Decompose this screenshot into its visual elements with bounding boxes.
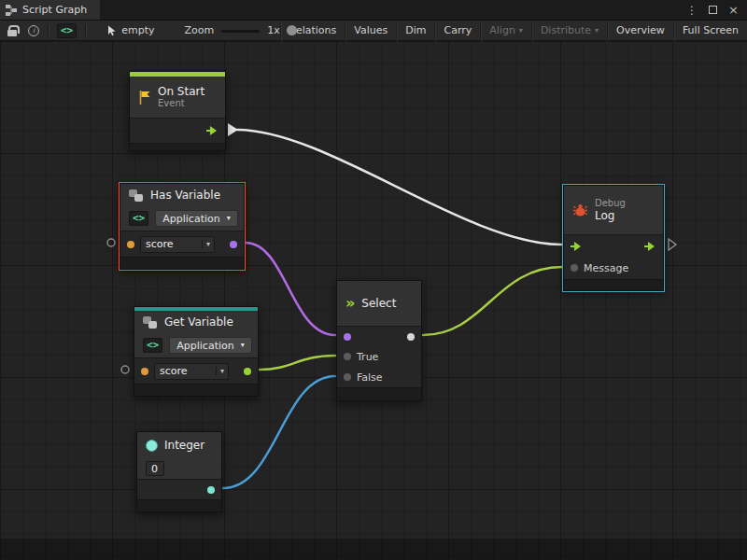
get-variable-external-port — [121, 366, 129, 373]
node-header: » Select — [337, 281, 421, 326]
graph-inspector-icon[interactable]: <> — [57, 23, 77, 38]
message-input-port[interactable] — [571, 264, 578, 272]
node-on-start[interactable]: On Start Event — [129, 71, 226, 151]
bug-icon — [572, 203, 588, 217]
canvas-bottom-shade — [0, 539, 747, 560]
values-button[interactable]: Values — [345, 21, 396, 41]
variable-name-dropdown[interactable]: score ▾ — [140, 236, 215, 253]
integer-output-port[interactable] — [207, 486, 215, 494]
node-footer — [120, 257, 244, 269]
maximize-icon[interactable] — [709, 6, 717, 14]
flow-input-port[interactable] — [571, 241, 583, 252]
variable-name-dropdown[interactable]: score ▾ — [154, 363, 229, 380]
node-select[interactable]: » Select True False — [336, 280, 422, 401]
distribute-button[interactable]: Distribute▾ — [531, 21, 607, 41]
value-output-port[interactable] — [244, 368, 251, 375]
node-subheader: <> Application ▾ — [120, 206, 244, 231]
caret-down-icon: ▾ — [519, 27, 523, 35]
selection-status: empty — [121, 24, 154, 36]
false-input-port[interactable] — [344, 373, 351, 381]
zoom-slider[interactable] — [221, 21, 260, 41]
variable-name-value: score — [160, 365, 216, 377]
node-footer — [130, 143, 225, 150]
wire-condition — [246, 243, 335, 335]
toolbar-separator — [85, 24, 86, 37]
node-debug-log[interactable]: Debug Log Message — [563, 185, 664, 291]
overview-button[interactable]: Overview — [607, 21, 673, 41]
caret-down-icon: ▾ — [241, 342, 245, 349]
variable-scope-icon: <> — [143, 338, 162, 353]
true-port-label: True — [357, 351, 378, 363]
node-title: Log — [595, 209, 626, 222]
dim-button[interactable]: Dim — [396, 21, 434, 41]
window-controls: ⋮ × — [686, 0, 747, 20]
node-title: Integer — [164, 439, 204, 452]
carry-button[interactable]: Carry — [434, 21, 480, 41]
caret-down-icon: ▾ — [595, 27, 599, 35]
port-row: Message — [564, 257, 663, 279]
script-graph-window: Script Graph ⋮ × i <> empty Zoom 1x Rela… — [0, 0, 747, 560]
port-row — [564, 234, 663, 257]
integer-value-field[interactable]: 0 — [146, 461, 164, 476]
node-footer — [137, 499, 221, 511]
kebab-menu-icon[interactable]: ⋮ — [686, 4, 698, 17]
close-icon[interactable]: × — [728, 4, 739, 16]
port-row — [337, 326, 421, 346]
button-label: Align — [489, 24, 515, 36]
button-label: Dim — [405, 24, 426, 36]
zoom-slider-knob[interactable] — [287, 25, 297, 35]
node-has-variable[interactable]: Has Variable <> Application ▾ score ▾ — [120, 183, 245, 270]
node-get-variable[interactable]: Get Variable <> Application ▾ score ▾ — [134, 306, 259, 397]
scope-dropdown[interactable]: Application ▾ — [155, 210, 237, 227]
condition-input-port[interactable] — [344, 333, 351, 341]
node-header: Integer — [137, 432, 221, 458]
wire-true — [260, 356, 335, 370]
variable-scope-icon: <> — [129, 211, 148, 226]
tab-title: Script Graph — [22, 4, 87, 16]
scope-dropdown-value: Application — [176, 340, 233, 352]
false-port-label: False — [357, 371, 383, 384]
port-row: score ▾ — [134, 357, 258, 384]
toolbar-buttons: Relations Values Dim Carry Align▾ Distri… — [280, 21, 747, 41]
message-port-label: Message — [584, 262, 628, 274]
port-row: True — [337, 346, 421, 367]
name-input-port[interactable] — [141, 368, 148, 375]
graph-canvas[interactable]: On Start Event Has Variable <> Applicati… — [0, 41, 747, 560]
node-category: Debug — [595, 198, 626, 209]
scope-dropdown-value: Application — [162, 213, 219, 225]
true-input-port[interactable] — [344, 353, 351, 360]
node-subheader: <> Application ▾ — [134, 333, 258, 357]
integer-icon — [146, 440, 158, 452]
zoom-slider-track[interactable] — [221, 30, 260, 33]
button-label: Distribute — [541, 24, 591, 36]
selection-output-port[interactable] — [407, 333, 415, 341]
debug-flow-out-cap — [669, 239, 676, 250]
tab-script-graph[interactable]: Script Graph — [0, 0, 100, 20]
caret-down-icon: ▾ — [202, 240, 214, 248]
node-footer — [564, 279, 663, 290]
node-title: Get Variable — [164, 315, 233, 329]
value-row: 0 — [137, 458, 221, 479]
flag-icon — [138, 90, 151, 105]
lock-icon[interactable] — [7, 30, 17, 36]
port-row — [130, 118, 225, 143]
fullscreen-button[interactable]: Full Screen — [673, 21, 747, 41]
node-header: On Start Event — [130, 77, 225, 118]
node-integer[interactable]: Integer 0 — [136, 431, 222, 512]
has-variable-external-port — [107, 239, 115, 246]
scope-dropdown[interactable]: Application ▾ — [169, 337, 251, 354]
caret-down-icon: ▾ — [216, 367, 228, 375]
node-header: Debug Log — [564, 186, 663, 234]
result-output-port[interactable] — [230, 241, 237, 248]
select-icon: » — [345, 296, 355, 311]
graph-toolbar: i <> empty Zoom 1x Relations Values Dim … — [0, 21, 747, 41]
align-button[interactable]: Align▾ — [480, 21, 531, 41]
port-row: False — [337, 367, 421, 387]
node-title: Has Variable — [150, 189, 220, 202]
node-subtitle: Event — [158, 98, 204, 109]
port-row — [137, 479, 221, 499]
flow-output-port[interactable] — [644, 241, 656, 252]
flow-output-port[interactable] — [206, 125, 218, 136]
name-input-port[interactable] — [127, 241, 134, 248]
info-icon[interactable]: i — [28, 25, 39, 36]
